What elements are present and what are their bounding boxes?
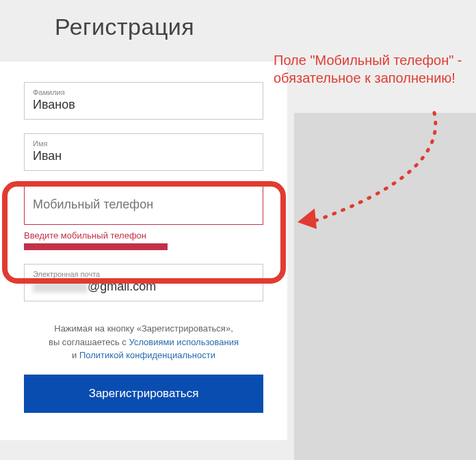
name-input[interactable]: [33, 149, 254, 163]
phone-error: Введите мобильный телефон: [24, 230, 263, 241]
name-field[interactable]: Имя: [24, 133, 263, 171]
page-title: Регистрация: [55, 14, 476, 40]
registration-form: Фамилия Имя Введите мобильный телефон Эл…: [0, 62, 287, 440]
email-field[interactable]: Электронная почта @gmail.com: [24, 264, 263, 301]
register-button[interactable]: Зарегистрироваться: [24, 375, 263, 413]
email-blurred-part: [33, 282, 88, 293]
surname-field[interactable]: Фамилия: [24, 82, 263, 120]
redacted-bar: [24, 243, 168, 250]
terms-link[interactable]: Условиями использования: [129, 337, 239, 347]
email-label: Электронная почта: [33, 270, 254, 278]
surname-label: Фамилия: [33, 88, 254, 96]
email-domain: @gmail.com: [88, 280, 156, 293]
surname-input[interactable]: [33, 98, 254, 112]
annotation-text: Поле "Мобильный телефон" - обязательное …: [274, 51, 472, 87]
side-panel: [294, 113, 476, 460]
phone-input[interactable]: [33, 198, 254, 212]
email-input[interactable]: @gmail.com: [33, 280, 254, 294]
consent-text: Нажимая на кнопку «Зарегистрироваться», …: [24, 322, 263, 362]
privacy-link[interactable]: Политикой конфиденциальности: [79, 350, 215, 360]
name-label: Имя: [33, 139, 254, 148]
phone-field[interactable]: [24, 185, 263, 225]
